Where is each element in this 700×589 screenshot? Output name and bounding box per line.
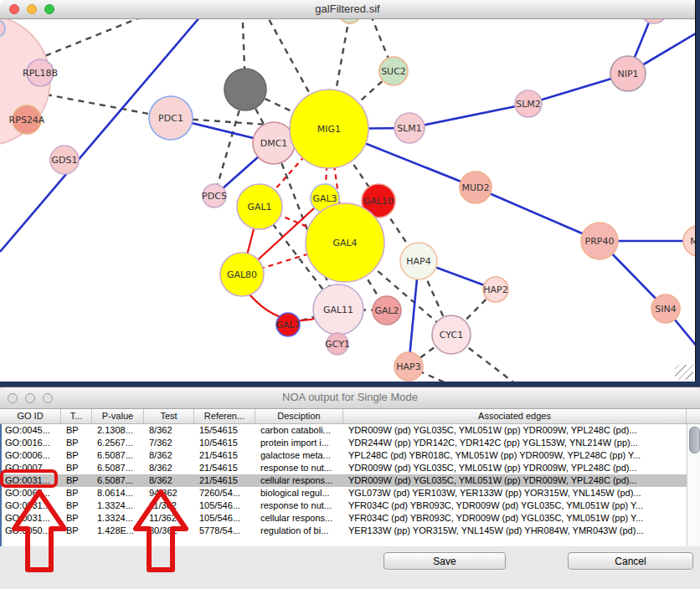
node-label: MUD2: [461, 182, 489, 193]
table-cell: 8/362: [146, 424, 196, 437]
column-header[interactable]: P-value: [92, 409, 144, 423]
table-cell: cellular respons...: [257, 512, 345, 525]
network-window: galFiltered.sif RPL18BRPS24AGDS1PDC1DMC1…: [0, 0, 696, 382]
node-TR1[interactable]: [641, 19, 667, 23]
network-window-title: galFiltered.sif: [0, 3, 695, 15]
table-cell: cellular respons...: [257, 474, 345, 487]
table-cell: YDR009W (pd) YGL035C, YML051W (pp) YDR00…: [345, 462, 688, 474]
cancel-button[interactable]: Cancel: [568, 552, 693, 570]
table-cell: GO:0016...: [2, 437, 63, 449]
table-cell: BP: [63, 487, 94, 499]
table-cell: BP: [63, 462, 94, 474]
save-button[interactable]: Save: [383, 552, 506, 570]
column-header[interactable]: Desciption: [255, 409, 343, 423]
table-cell: 7/362: [146, 437, 196, 449]
table-cell: response to nut...: [257, 462, 345, 474]
table-cell: 10/54615: [196, 437, 257, 449]
table-cell: YDR009W (pd) YGL035C, YML051W (pp) YDR00…: [345, 474, 688, 487]
table-cell: 105/546...: [196, 512, 257, 525]
table-cell: 105/546...: [196, 499, 257, 512]
node-label: SUC2: [381, 66, 406, 77]
network-edge-blue: [476, 187, 600, 241]
table-cell: YFR034C (pd) YBR093C, YDR009W (pd) YGL03…: [345, 499, 688, 512]
node-label: SLM2: [516, 99, 541, 110]
table-row[interactable]: GO:0031...BP1.3324...11/362105/546...res…: [2, 499, 700, 512]
table-cell: 15/54615: [196, 424, 257, 437]
table-cell: 21/54615: [196, 474, 257, 487]
table-cell: 1.428E...: [94, 525, 146, 537]
node-label: HAP2: [483, 284, 507, 295]
table-cell: BP: [63, 449, 94, 462]
node-TC1[interactable]: [339, 19, 361, 23]
table-cell: carbon cataboli...: [257, 424, 345, 437]
column-header[interactable]: Referen...: [194, 409, 255, 423]
table-cell: BP: [63, 499, 94, 512]
column-header[interactable]: Test: [144, 409, 194, 423]
table-cell: galactose meta...: [257, 449, 345, 462]
node-label: SIN4: [655, 304, 676, 315]
network-canvas[interactable]: RPL18BRPS24AGDS1PDC1DMC1MIG1SLM1SUC2SLM2…: [0, 19, 695, 382]
table-cell: 7260/54...: [196, 487, 257, 499]
network-edge-blue: [409, 104, 528, 128]
table-cell: 94/362: [146, 487, 196, 499]
table-cell: GO:0007...: [2, 462, 63, 474]
node-label: PDC5: [202, 191, 227, 202]
table-cell: GO:0006...: [2, 449, 63, 462]
table-cell: YFR034C (pd) YBR093C, YDR009W (pd) YGL03…: [345, 512, 688, 525]
table-cell: 1.3324...: [94, 499, 146, 512]
table-cell: BP: [63, 512, 94, 525]
node-label: SLM1: [397, 123, 422, 134]
node-label: HAP4: [406, 256, 430, 267]
table-cell: 8/362: [146, 474, 196, 487]
table-cell: biological regul...: [257, 487, 345, 499]
table-cell: 5778/54...: [196, 525, 257, 537]
table-cell: 6.5087...: [94, 449, 146, 462]
noa-window-title: NOA output for Single Mode: [0, 391, 700, 403]
table-cell: 1.3324...: [94, 512, 146, 525]
table-body: GO:0045...BP2.1308...8/36215/54615carbon…: [0, 424, 700, 546]
column-header[interactable]: Associated edges: [343, 409, 687, 423]
node-label: CYC1: [440, 330, 463, 341]
node-label: GAL3: [312, 193, 337, 204]
table-cell: BP: [63, 525, 94, 537]
table-row[interactable]: GO:0065...BP8.0614...94/3627260/54...bio…: [2, 487, 700, 499]
table-cell: 6.5087...: [94, 462, 146, 474]
column-header[interactable]: T...: [61, 409, 92, 423]
node-label: GAL80: [227, 269, 257, 280]
node-label: GDS1: [52, 155, 78, 166]
node-label: NIP1: [617, 69, 638, 79]
node-label: GAL11: [323, 305, 353, 315]
node-label: RPL18B: [23, 68, 58, 79]
table-cell: GO:0050...: [2, 525, 63, 537]
table-cell: GO:0031...: [2, 499, 63, 512]
column-header[interactable]: GO ID: [0, 409, 61, 423]
table-row[interactable]: GO:0016...BP6.2567...7/36210/54615protei…: [2, 437, 700, 449]
table-cell: 11/362: [146, 512, 196, 525]
table-cell: 80/362: [146, 525, 196, 537]
table-row[interactable]: GO:0007...BP6.5087...8/36221/54615respon…: [2, 462, 700, 474]
table-cell: BP: [63, 437, 94, 449]
node-GRAY1[interactable]: [224, 69, 266, 110]
table-header[interactable]: GO IDT...P-valueTestReferen...Desciption…: [0, 409, 700, 424]
table-cell: 6.5087...: [94, 474, 146, 487]
table-row[interactable]: GO:0031...BP6.5087...8/36221/54615cellul…: [2, 474, 700, 487]
node-label: GAL7: [275, 320, 300, 330]
node-label: GAL1: [247, 202, 271, 213]
table-cell: GO:0045...: [2, 424, 63, 437]
network-window-titlebar[interactable]: galFiltered.sif: [0, 0, 695, 19]
resize-grip-icon[interactable]: [675, 365, 693, 380]
table-row[interactable]: GO:0045...BP2.1308...8/36215/54615carbon…: [2, 424, 700, 437]
table-cell: regulation of bi...: [257, 525, 345, 537]
node-label: HAP3: [396, 361, 420, 372]
table-cell: 6.2567...: [94, 437, 146, 449]
table-cell: response to nut...: [257, 499, 345, 512]
noa-window-titlebar[interactable]: NOA output for Single Mode: [0, 387, 700, 409]
table-scrollbar[interactable]: [687, 424, 700, 546]
table-cell: YDR244W (pp) YDR142C, YDR142C (pp) YGL15…: [345, 437, 688, 449]
table-cell: YPL248C (pd) YBR018C, YML051W (pp) YDR00…: [345, 449, 688, 462]
table-row[interactable]: GO:0006...BP6.5087...8/36221/54615galact…: [2, 449, 700, 462]
table-row[interactable]: GO:0050...BP1.428E...80/3625778/54...reg…: [2, 525, 700, 537]
node-label: MSI: [690, 236, 695, 247]
table-row[interactable]: GO:0031...BP1.3324...11/362105/546...cel…: [2, 512, 700, 525]
scrollbar-thumb[interactable]: [689, 427, 700, 453]
